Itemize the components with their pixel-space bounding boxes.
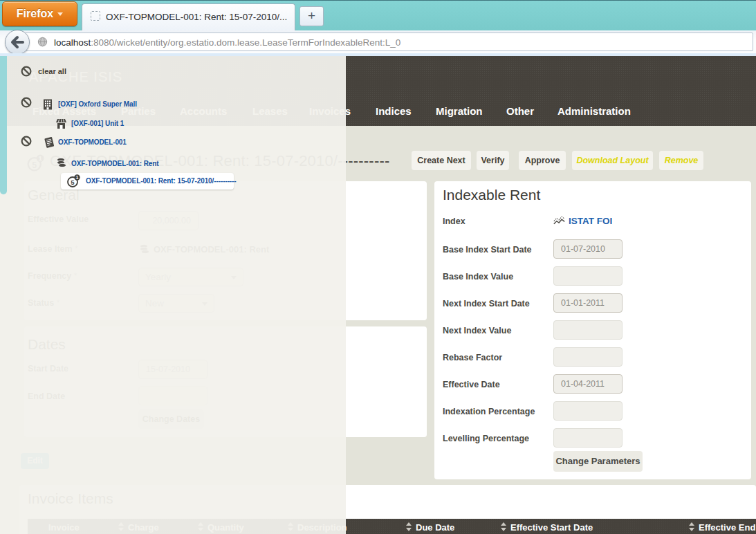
field-row: Effective Date xyxy=(443,374,747,394)
remove-crumb-icon[interactable] xyxy=(21,97,32,108)
verify-button[interactable]: Verify xyxy=(477,151,509,170)
term-number-icon: 5 1 xyxy=(66,174,80,188)
col-effective-end-date[interactable]: Effective End Date xyxy=(699,522,756,533)
base-index-start-date-label: Base Index Start Date xyxy=(443,245,532,255)
chevron-down-icon xyxy=(57,12,63,16)
indexation-percentage-input[interactable] xyxy=(553,401,623,421)
create-next-button[interactable]: Create Next xyxy=(412,151,471,170)
rebase-factor-input[interactable] xyxy=(553,347,623,367)
url-text: localhost:8080/wicket/entity/org.estatio… xyxy=(54,37,400,48)
nav-administration[interactable]: Administration xyxy=(557,105,631,117)
field-row: Indexation Percentage xyxy=(443,401,747,421)
next-index-start-date-input[interactable] xyxy=(553,293,623,313)
globe-icon xyxy=(37,37,48,47)
page-content: APACHE ISIS Fixed Assets Parties Account… xyxy=(0,56,756,534)
download-layout-button[interactable]: Download Layout xyxy=(572,151,653,170)
base-index-value-input[interactable] xyxy=(553,266,623,286)
firefox-menu-button[interactable]: Firefox xyxy=(2,1,77,26)
lease-document-icon xyxy=(43,136,56,149)
field-row: Base Index Start Date xyxy=(443,239,747,259)
index-chart-icon xyxy=(553,217,565,226)
indexable-rent-heading: Indexable Rent xyxy=(443,187,540,203)
nav-other[interactable]: Other xyxy=(506,105,534,117)
svg-text:1: 1 xyxy=(76,175,79,180)
remove-crumb-icon[interactable] xyxy=(21,136,32,147)
index-row: Index ISTAT FOI xyxy=(443,214,747,230)
indexation-percentage-label: Indexation Percentage xyxy=(443,407,535,416)
browser-titlebar: Firefox OXF-TOPMODEL-001: Rent: 15-07-20… xyxy=(0,0,756,30)
indexable-rent-panel: Indexable Rent Index ISTAT FOI Base Inde… xyxy=(434,181,751,479)
field-row: Next Index Start Date xyxy=(443,293,747,313)
sort-icon[interactable] xyxy=(501,522,507,531)
crumb-lease-item[interactable]: OXF-TOPMODEL-001: Rent xyxy=(71,160,159,167)
screen: Firefox OXF-TOPMODEL-001: Rent: 15-07-20… xyxy=(0,0,756,534)
levelling-percentage-input[interactable] xyxy=(553,428,623,448)
url-path: :8080/wicket/entity/org.estatio.dom.leas… xyxy=(91,37,400,48)
favicon-placeholder-icon xyxy=(91,11,100,21)
firefox-menu-label: Firefox xyxy=(17,8,53,19)
crumb-lease[interactable]: OXF-TOPMODEL-001 xyxy=(58,138,127,146)
base-index-value-label: Base Index Value xyxy=(443,272,513,282)
new-tab-button[interactable]: + xyxy=(299,6,324,26)
sort-icon[interactable] xyxy=(406,522,412,531)
building-icon xyxy=(42,98,54,111)
crumb-unit[interactable]: [OXF-001] Unit 1 xyxy=(71,120,124,127)
clear-all-label[interactable]: clear all xyxy=(38,67,66,75)
col-effective-start-date[interactable]: Effective Start Date xyxy=(510,522,593,533)
index-label: Index xyxy=(443,217,465,226)
nav-indices[interactable]: Indices xyxy=(376,105,412,117)
field-row: Base Index Value xyxy=(443,266,747,286)
browser-tab[interactable]: OXF-TOPMODEL-001: Rent: 15-07-2010/... xyxy=(82,3,295,30)
change-parameters-button[interactable]: Change Parameters xyxy=(553,451,643,472)
field-row: Rebase Factor xyxy=(443,347,747,367)
back-arrow-icon xyxy=(6,30,29,54)
effective-date-input[interactable] xyxy=(553,374,623,394)
levelling-percentage-label: Levelling Percentage xyxy=(443,434,529,443)
url-host: localhost xyxy=(54,37,91,48)
nav-migration[interactable]: Migration xyxy=(436,105,483,117)
field-row: Levelling Percentage xyxy=(443,428,747,448)
approve-button[interactable]: Approve xyxy=(519,151,566,170)
coins-icon xyxy=(55,156,68,169)
effective-date-label: Effective Date xyxy=(443,380,500,389)
tab-title: OXF-TOPMODEL-001: Rent: 15-07-2010/... xyxy=(106,12,294,22)
history-overlay-veil xyxy=(0,56,346,534)
url-bar[interactable]: localhost:8080/wicket/entity/org.estatio… xyxy=(25,33,753,51)
shop-icon xyxy=(55,118,67,129)
next-index-start-date-label: Next Index Start Date xyxy=(443,299,530,309)
clear-all-icon[interactable] xyxy=(21,66,32,77)
index-value-link[interactable]: ISTAT FOI xyxy=(569,216,612,226)
col-due-date[interactable]: Due Date xyxy=(416,522,454,533)
back-button[interactable] xyxy=(5,30,30,55)
remove-button[interactable]: Remove xyxy=(659,151,703,170)
svg-text:5: 5 xyxy=(71,178,75,186)
rebase-factor-label: Rebase Factor xyxy=(443,353,502,362)
field-row: Next Index Value xyxy=(443,320,747,340)
next-index-value-label: Next Index Value xyxy=(443,326,511,335)
overlay-edge-strip xyxy=(0,56,7,194)
crumb-property[interactable]: [OXF] Oxford Super Mall xyxy=(58,100,137,108)
next-index-value-input[interactable] xyxy=(553,320,623,340)
crumb-term-current[interactable]: OXF-TOPMODEL-001: Rent: 15-07-2010/-----… xyxy=(86,177,237,185)
base-index-start-date-input[interactable] xyxy=(553,239,623,259)
browser-navbar: localhost:8080/wicket/entity/org.estatio… xyxy=(0,30,756,53)
sort-icon[interactable] xyxy=(689,522,695,531)
